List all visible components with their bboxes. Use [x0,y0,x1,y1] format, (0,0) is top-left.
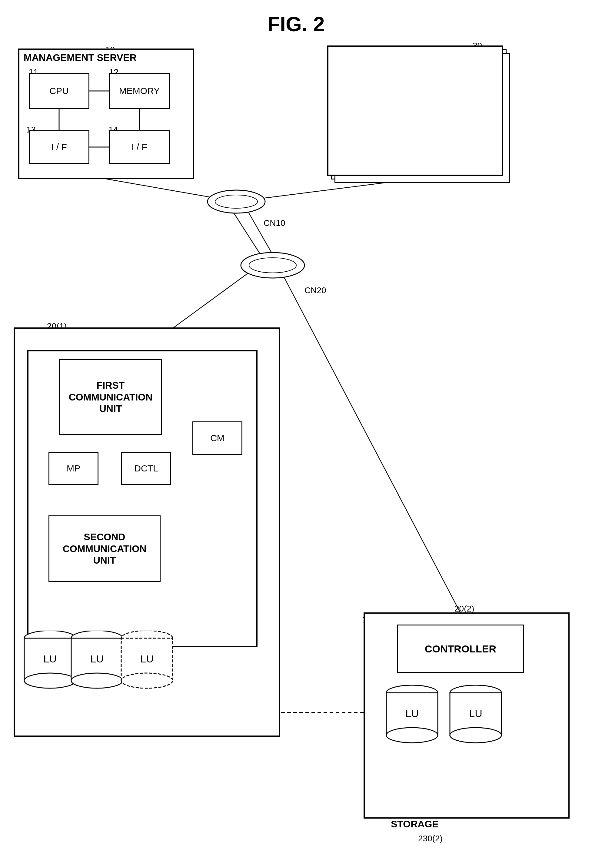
svg-point-27 [208,190,265,213]
lu3-cylinder: LU [118,630,176,691]
mp-label: MP [67,463,80,474]
mgmt-memory-box: MEMORY [109,73,170,109]
svg-point-37 [71,673,123,688]
svg-text:LU: LU [405,708,418,719]
svg-point-29 [241,252,305,278]
svg-line-13 [282,273,467,624]
lu1-cylinder: LU [23,630,77,691]
svg-text:LU: LU [43,653,56,664]
mgmt-memory-label: MEMORY [119,86,160,96]
svg-text:LU: LU [140,653,153,664]
cn10-label: CN10 [264,218,286,228]
lu4-cylinder: LU [385,685,439,746]
cm-box: CM [192,421,242,455]
storage2-label: STORAGE [391,819,439,830]
second-comm-box: SECOND COMMUNICATION UNIT [49,515,161,582]
diagram: FIG. 2 10 MANAGEMENT SERVER 11 CPU 12 ME… [0,0,592,868]
svg-text:LU: LU [469,708,482,719]
first-comm-box: FIRST COMMUNICATION UNIT [59,359,162,435]
dctl-box: DCTL [121,452,171,485]
cn20-label: CN20 [305,286,326,295]
lu5-cylinder: LU [448,685,503,746]
figure-title: FIG. 2 [268,12,325,36]
second-comm-label: SECOND COMMUNICATION UNIT [63,531,147,566]
lu-storage2-num: 230(2) [418,834,443,843]
ctrl2-label: CONTROLLER [425,643,496,655]
mgmt-server-label: MANAGEMENT SERVER [24,52,137,63]
cn10-network [206,186,267,217]
mgmt-cpu-box: CPU [29,73,89,109]
svg-point-45 [386,728,438,743]
svg-line-10 [233,212,261,255]
mgmt-if1-box: I / F [29,130,89,164]
dctl-label: DCTL [134,463,158,474]
first-comm-label: FIRST COMMUNICATION UNIT [69,379,153,415]
mgmt-if2-label: I / F [131,142,147,152]
svg-text:LU: LU [90,653,103,664]
ctrl2-controller-box: CONTROLLER [397,624,524,673]
svg-point-33 [24,673,76,688]
cm-label: CM [210,433,224,444]
svg-point-49 [450,728,501,743]
mgmt-cpu-label: CPU [49,86,68,96]
mp-box: MP [49,452,99,485]
host-box [327,46,503,176]
mgmt-if1-label: I / F [51,142,67,152]
svg-point-41 [121,673,173,688]
cn20-network [239,249,306,282]
lu2-cylinder: LU [70,630,124,691]
mgmt-if2-box: I / F [109,130,170,164]
